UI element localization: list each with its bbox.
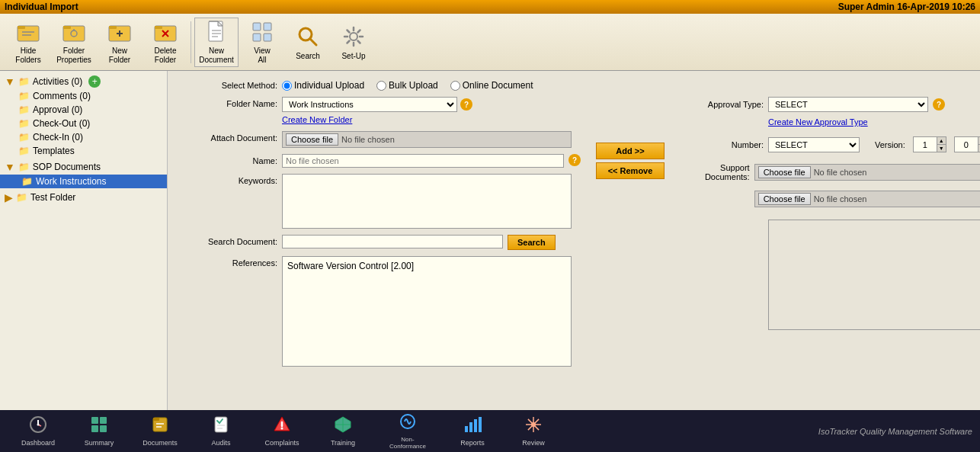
search-document-label: Search Document: (178, 235, 277, 246)
title-bar: Individual Import Super Admin 16-Apr-201… (0, 0, 980, 14)
search-document-row: Search Document: Search (178, 235, 581, 250)
online-document-radio[interactable] (450, 81, 460, 91)
nav-complaints[interactable]: Complaints (251, 410, 312, 452)
training-label: Training (331, 439, 355, 447)
svg-rect-59 (469, 422, 472, 432)
user-info: Super Admin 16-Apr-2019 10:26 (838, 2, 975, 12)
svg-line-32 (347, 30, 350, 33)
select-method-label: Select Method: (178, 79, 277, 90)
svg-rect-58 (465, 426, 468, 432)
svg-rect-23 (253, 34, 261, 41)
sidebar-activities[interactable]: ▼ 📁 Activities (0) + (0, 74, 167, 89)
bulk-upload-radio[interactable] (376, 81, 386, 91)
name-input[interactable] (282, 154, 564, 168)
work-instructions-label: Work Instructions (36, 176, 106, 187)
new-folder-label: NewFolder (109, 46, 130, 65)
search-document-button[interactable]: Search (508, 235, 556, 250)
create-new-approval-link[interactable]: Create New Approval Type (768, 117, 868, 127)
complaints-label: Complaints (264, 439, 299, 447)
individual-upload-option[interactable]: Individual Upload (282, 80, 364, 91)
activities-expand-icon: ▼ (5, 75, 15, 88)
create-new-folder-link[interactable]: Create New Folder (282, 115, 352, 124)
version-major-input[interactable] (914, 137, 937, 152)
check-in-folder-icon: 📁 (18, 132, 30, 143)
support-doc-choose-1[interactable]: Choose file (758, 166, 811, 178)
folder-properties-button[interactable]: FolderProperties (52, 18, 96, 67)
hide-folders-button[interactable]: HideFolders (6, 18, 50, 67)
support-doc-choose-2[interactable]: Choose file (758, 193, 811, 205)
new-document-icon (203, 20, 230, 45)
approval-type-help-icon[interactable]: ? (933, 98, 945, 111)
documents-icon (151, 415, 169, 438)
summary-icon (90, 415, 108, 438)
svg-line-35 (347, 41, 350, 43)
references-target-box (768, 220, 980, 330)
nav-review[interactable]: Review (503, 410, 564, 452)
delete-folder-button[interactable]: DeleteFolder (143, 18, 187, 67)
sidebar-check-out[interactable]: 📁 Check-Out (0) (6, 117, 167, 130)
non-conformance-icon (399, 412, 417, 434)
references-box: Software Version Control [2.00] (282, 256, 572, 367)
svg-rect-61 (479, 417, 482, 432)
dashboard-label: Dashboard (21, 439, 55, 447)
number-select[interactable]: SELECT (768, 137, 860, 152)
setup-label: Set-Up (341, 52, 365, 61)
version-minor-spinner: ▲ ▼ (954, 136, 980, 152)
add-activity-button[interactable]: + (88, 75, 101, 88)
nav-summary[interactable]: Summary (69, 410, 130, 452)
work-instructions-folder-icon: 📁 (21, 176, 33, 187)
name-help-icon[interactable]: ? (568, 154, 581, 166)
select-method-row: Select Method: Individual Upload Bulk Up… (178, 79, 969, 91)
nav-audits[interactable]: Audits (191, 410, 251, 452)
sidebar-test-folder[interactable]: ▶ 📁 Test Folder (0, 190, 167, 205)
attach-document-file-area: Choose file No file chosen (282, 131, 572, 148)
approval-label: Approval (0) (33, 104, 82, 115)
folder-name-help-icon[interactable]: ? (460, 98, 472, 111)
nav-non-conformance[interactable]: Non-Conformance (373, 410, 442, 452)
add-button[interactable]: Add >> (596, 143, 665, 159)
setup-button[interactable]: Set-Up (331, 18, 376, 67)
approval-type-select[interactable]: SELECT (768, 97, 928, 112)
keywords-textarea[interactable] (282, 174, 572, 229)
new-document-button[interactable]: NewDocument (194, 18, 239, 67)
comments-label: Comments (0) (33, 91, 91, 101)
view-all-button[interactable]: ViewAll (240, 18, 284, 67)
choose-file-button[interactable]: Choose file (286, 133, 338, 146)
support-docs-row-2: Choose file No file chosen (680, 191, 980, 207)
remove-button[interactable]: << Remove (596, 162, 665, 179)
svg-point-66 (531, 422, 536, 427)
svg-rect-22 (264, 23, 271, 30)
online-document-option[interactable]: Online Document (450, 80, 533, 91)
search-button[interactable]: Search (286, 18, 330, 67)
sidebar-sop-documents[interactable]: ▼ 📁 SOP Documents (0, 159, 167, 175)
templates-folder-icon: 📁 (18, 146, 30, 156)
version-major-down[interactable]: ▼ (937, 145, 946, 152)
comments-folder-icon: 📁 (18, 91, 30, 101)
right-column: Approval Type: SELECT ? Create New Appro… (680, 97, 980, 373)
left-column: Folder Name: Work Instructions ? Create … (178, 97, 581, 373)
toolbar: HideFolders FolderProperties NewFolder D… (0, 14, 980, 71)
sidebar-templates[interactable]: 📁 Templates (6, 144, 167, 158)
nav-dashboard[interactable]: Dashboard (8, 410, 69, 452)
audits-label: Audits (211, 439, 230, 447)
search-document-input[interactable] (282, 235, 503, 248)
nav-documents[interactable]: Documents (130, 410, 191, 452)
svg-rect-41 (100, 417, 107, 424)
number-label: Number: (680, 140, 764, 149)
new-folder-button[interactable]: NewFolder (98, 18, 142, 67)
nav-training[interactable]: Training (312, 410, 373, 452)
sidebar-work-instructions[interactable]: 📁 Work Instructions (0, 175, 167, 188)
sidebar-check-in[interactable]: 📁 Check-In (0) (6, 130, 167, 144)
reference-item-0: Software Version Control [2.00] (286, 260, 568, 272)
bulk-upload-option[interactable]: Bulk Upload (376, 80, 438, 91)
approval-type-row: Approval Type: SELECT ? (680, 97, 980, 112)
sidebar-comments[interactable]: 📁 Comments (0) (6, 89, 167, 103)
nav-reports[interactable]: Reports (442, 410, 503, 452)
folder-name-select[interactable]: Work Instructions (282, 97, 457, 112)
svg-rect-5 (63, 26, 71, 29)
sidebar-approval[interactable]: 📁 Approval (0) (6, 103, 167, 117)
version-major-up[interactable]: ▲ (937, 137, 946, 145)
version-minor-input[interactable] (955, 137, 978, 152)
complaints-icon (273, 415, 291, 438)
individual-upload-radio[interactable] (282, 81, 292, 91)
